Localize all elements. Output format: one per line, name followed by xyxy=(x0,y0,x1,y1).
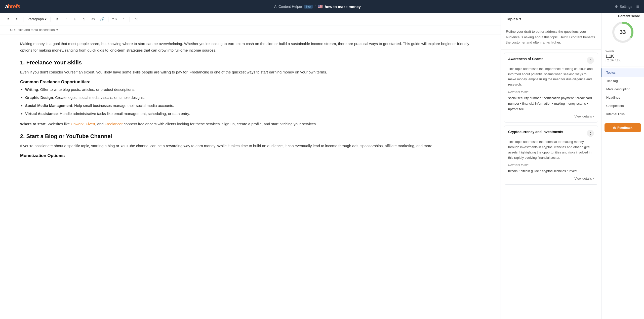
chevron-right-icon: › xyxy=(593,114,594,118)
toolbar-divider-4 xyxy=(130,17,130,22)
editor-toolbar: ↺ ↻ Paragraph ▾ B I U S </> 🔗 ≡ ▾ " Tx xyxy=(0,13,501,25)
logo[interactable]: ahrefs xyxy=(5,3,20,10)
topic-card-header-crypto: Cryptocurrency and Investments 0 xyxy=(508,130,594,137)
topic-card-desc-crypto: This topic addresses the potential for m… xyxy=(508,139,594,160)
url-bar[interactable]: URL, title and meta description ▾ xyxy=(0,25,501,34)
section1-heading: 1. Freelance Your Skills xyxy=(20,59,480,66)
italic-button[interactable]: I xyxy=(62,15,70,23)
tool-name: AI Content Helper xyxy=(274,5,302,9)
section1-links-para: Where to start: Websites like Upwork, Fi… xyxy=(20,121,480,127)
flag-icon: 🇺🇸 xyxy=(318,4,323,9)
score-number: 33 xyxy=(620,29,626,35)
separator: / xyxy=(315,5,316,9)
score-circle-container: 33 xyxy=(601,21,644,48)
score-nav-internal-links[interactable]: Internal links xyxy=(601,110,644,118)
section2-intro: If you're passionate about a specific to… xyxy=(20,143,480,149)
topic-card-crypto: Cryptocurrency and Investments 0 This to… xyxy=(504,126,598,184)
score-circle: 33 xyxy=(612,21,634,44)
words-range: / 2.6K-7.2K ↑ xyxy=(606,59,640,62)
clear-format-button[interactable]: Tx xyxy=(132,15,140,23)
view-details-label: View details xyxy=(575,114,592,118)
toolbar-divider-1 xyxy=(23,17,23,22)
top-navigation: ahrefs AI Content Helper Beta / 🇺🇸 how t… xyxy=(0,0,644,13)
score-nav-topics[interactable]: Topics xyxy=(601,68,644,77)
relevant-terms-label-scams: Relevant terms xyxy=(508,90,594,94)
topics-chevron: ▾ xyxy=(519,17,521,21)
editor-area: ↺ ↻ Paragraph ▾ B I U S </> 🔗 ≡ ▾ " Tx U… xyxy=(0,13,501,319)
settings-button[interactable]: ⚙ Settings xyxy=(615,5,632,9)
intro-paragraph: Making money is a goal that most people … xyxy=(20,41,480,53)
paragraph-label: Paragraph xyxy=(27,17,44,21)
section2-heading: 2. Start a Blog or YouTube Channel xyxy=(20,133,480,140)
editor-content[interactable]: Making money is a goal that most people … xyxy=(0,34,501,319)
score-stats: Words 1.1K / 2.6K-7.2K ↑ xyxy=(601,48,644,66)
paragraph-style-dropdown[interactable]: Paragraph ▾ xyxy=(25,16,49,22)
toolbar-divider-2 xyxy=(51,17,51,22)
topic-card-count-crypto: 0 xyxy=(587,130,594,137)
align-button[interactable]: ≡ ▾ xyxy=(110,15,118,23)
feedback-button[interactable]: ◎ Feedback xyxy=(605,123,641,132)
gear-icon: ⚙ xyxy=(615,5,618,9)
freelancer-link[interactable]: Freelancer xyxy=(105,122,123,126)
chevron-right-icon-crypto: › xyxy=(593,177,594,180)
undo-button[interactable]: ↺ xyxy=(4,15,12,23)
topic-card-desc-scams: This topic addresses the importance of b… xyxy=(508,66,594,87)
url-bar-chevron: ▾ xyxy=(56,28,58,32)
link-button[interactable]: 🔗 xyxy=(98,15,106,23)
relevant-terms-label-crypto: Relevant terms xyxy=(508,163,594,167)
score-nav-title-tag[interactable]: Title tag xyxy=(601,77,644,85)
list-item: Graphic Design: Create logos, social med… xyxy=(25,95,480,101)
score-navigation: Topics Title tag Meta description Headin… xyxy=(601,66,644,120)
list-item: Virtual Assistance: Handle administrativ… xyxy=(25,111,480,117)
section2-subheading: Monetization Options: xyxy=(20,153,480,158)
score-nav-headings[interactable]: Headings xyxy=(601,93,644,102)
settings-label: Settings xyxy=(620,5,632,9)
topic-card-title-crypto: Cryptocurrency and Investments xyxy=(508,130,587,134)
topic-card-count-scams: 0 xyxy=(587,57,594,64)
beta-badge: Beta xyxy=(304,5,313,9)
score-nav-meta-description[interactable]: Meta description xyxy=(601,85,644,93)
upwork-link[interactable]: Upwork xyxy=(71,122,84,126)
quote-button[interactable]: " xyxy=(119,15,128,23)
relevant-terms-scams: social security number • certification p… xyxy=(508,95,594,112)
section1-list: Writing: Offer to write blog posts, arti… xyxy=(25,87,480,117)
relevant-terms-crypto: bitcoin • bitcoin guide • cryptocurrenci… xyxy=(508,168,594,174)
section1-subheading: Common Freelance Opportunities: xyxy=(20,79,480,85)
view-details-crypto[interactable]: View details › xyxy=(508,177,594,180)
topics-panel: → Topics ▾ Refine your draft to better a… xyxy=(501,13,601,319)
feedback-label: Feedback xyxy=(617,126,632,130)
words-label: Words xyxy=(606,50,640,53)
page-title[interactable]: how to make money xyxy=(325,5,361,9)
score-panel: → Content score 33 Words 1.1K / 2.6K-7.2… xyxy=(601,13,644,319)
topics-list: Awareness of Scams 0 This topic addresse… xyxy=(501,50,601,319)
topics-label: Topics xyxy=(506,17,518,21)
feedback-icon: ◎ xyxy=(613,126,616,130)
view-details-scams[interactable]: View details › xyxy=(508,114,594,118)
score-nav-competitors[interactable]: Competitors xyxy=(601,102,644,110)
view-details-label-crypto: View details xyxy=(575,177,592,180)
underline-button[interactable]: U xyxy=(71,15,79,23)
menu-button[interactable]: ≡ xyxy=(636,4,639,9)
toolbar-divider-3 xyxy=(108,17,108,22)
section1-intro: Even if you don't consider yourself an e… xyxy=(20,69,480,75)
paragraph-chevron: ▾ xyxy=(45,17,47,21)
topic-card-title-scams: Awareness of Scams xyxy=(508,57,587,61)
content-score-label: Content score xyxy=(601,13,644,21)
topic-card-scams: Awareness of Scams 0 This topic addresse… xyxy=(504,53,598,123)
strikethrough-button[interactable]: S xyxy=(80,15,88,23)
code-button[interactable]: </> xyxy=(89,15,97,23)
main-container: ↺ ↻ Paragraph ▾ B I U S </> 🔗 ≡ ▾ " Tx U… xyxy=(0,13,644,319)
topics-dropdown[interactable]: Topics ▾ xyxy=(501,13,601,25)
bold-button[interactable]: B xyxy=(53,15,61,23)
topic-card-header: Awareness of Scams 0 xyxy=(508,57,594,64)
list-item: Social Media Management: Help small busi… xyxy=(25,103,480,109)
redo-button[interactable]: ↻ xyxy=(13,15,21,23)
words-range-arrow: ↑ xyxy=(621,59,623,62)
url-bar-label: URL, title and meta description xyxy=(10,28,55,32)
words-count: 1.1K xyxy=(606,54,640,59)
list-item: Writing: Offer to write blog posts, arti… xyxy=(25,87,480,93)
fiverr-link[interactable]: Fiverr xyxy=(86,122,95,126)
topics-description: Refine your draft to better address the … xyxy=(501,25,601,50)
